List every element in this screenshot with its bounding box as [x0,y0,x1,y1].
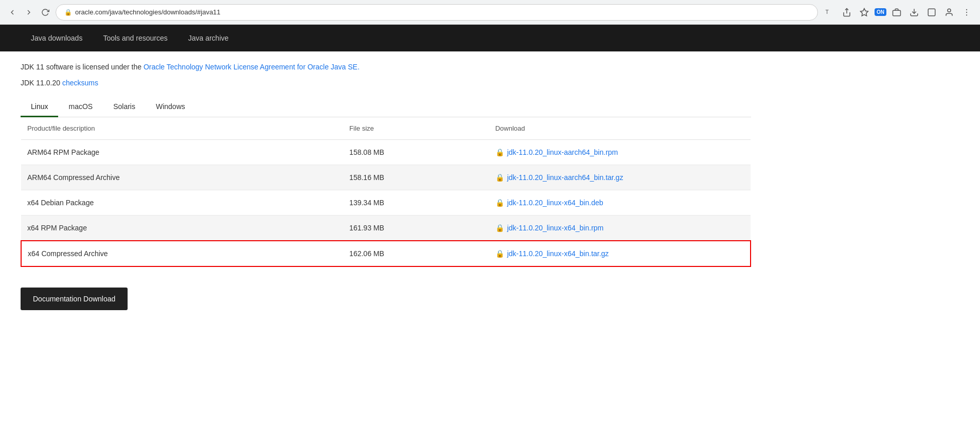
back-button[interactable] [6,6,19,19]
download-filename: jdk-11.0.20_linux-x64_bin.tar.gz [507,249,609,258]
downloads-table: Product/file description File size Downl… [21,117,751,267]
cell-filesize: 158.08 MB [349,140,495,165]
cell-product: ARM64 RPM Package [21,140,349,165]
tab-windows[interactable]: Windows [146,97,195,117]
svg-point-7 [966,11,967,12]
extension-on-button[interactable]: ON [875,8,886,16]
cell-product: x64 Compressed Archive [21,241,349,266]
cell-filesize: 139.34 MB [349,190,495,216]
address-bar[interactable]: 🔒 oracle.com/java/technologies/downloads… [56,4,818,21]
nav-java-archive[interactable]: Java archive [178,25,239,51]
profile-button[interactable] [942,5,956,20]
cell-download: 🔒jdk-11.0.20_linux-x64_bin.tar.gz [495,241,751,266]
bookmark-button[interactable] [857,5,871,20]
forward-button[interactable] [23,6,35,19]
table-row: x64 Debian Package139.34 MB🔒jdk-11.0.20_… [21,190,751,216]
license-link[interactable]: Oracle Technology Network License Agreem… [144,63,360,71]
col-header-filesize: File size [349,117,495,140]
svg-point-8 [966,14,967,15]
os-tabs: Linux macOS Solaris Windows [21,97,751,117]
cell-download: 🔒jdk-11.0.20_linux-aarch64_bin.tar.gz [495,165,751,190]
lock-icon: 🔒 [495,173,504,182]
url-text: oracle.com/java/technologies/downloads/#… [75,8,221,16]
table-row: ARM64 Compressed Archive158.16 MB🔒jdk-11… [21,165,751,190]
cell-filesize: 162.06 MB [349,241,495,266]
checksum-line: JDK 11.0.20 checksums [21,79,751,87]
cell-download: 🔒jdk-11.0.20_linux-x64_bin.deb [495,190,751,216]
tab-macos[interactable]: macOS [58,97,103,117]
menu-button[interactable] [959,5,974,20]
doc-download-button[interactable]: Documentation Download [21,288,128,310]
download-filename: jdk-11.0.20_linux-aarch64_bin.tar.gz [507,173,623,182]
checksums-link[interactable]: checksums [62,79,98,87]
table-header-row: Product/file description File size Downl… [21,117,751,140]
site-nav: Java downloads Tools and resources Java … [0,25,980,51]
cell-filesize: 158.16 MB [349,165,495,190]
window-button[interactable] [924,5,939,20]
table-row: x64 RPM Package161.93 MB🔒jdk-11.0.20_lin… [21,216,751,241]
license-text: JDK 11 software is licensed under the Or… [21,62,751,73]
lock-icon: 🔒 [495,148,504,156]
download-link[interactable]: 🔒jdk-11.0.20_linux-aarch64_bin.tar.gz [495,173,744,182]
extensions-button[interactable] [889,5,904,20]
lock-icon: 🔒 [495,224,504,232]
download-link[interactable]: 🔒jdk-11.0.20_linux-aarch64_bin.rpm [495,148,744,156]
download-filename: jdk-11.0.20_linux-x64_bin.deb [507,199,603,207]
secure-icon: 🔒 [64,9,72,16]
table-row: x64 Compressed Archive162.06 MB🔒jdk-11.0… [21,241,751,266]
col-header-product: Product/file description [21,117,349,140]
cell-product: x64 Debian Package [21,190,349,216]
download-link[interactable]: 🔒jdk-11.0.20_linux-x64_bin.rpm [495,224,744,232]
tab-linux[interactable]: Linux [21,97,58,117]
col-header-download: Download [495,117,751,140]
share-button[interactable] [840,5,854,20]
cell-download: 🔒jdk-11.0.20_linux-x64_bin.rpm [495,216,751,241]
svg-marker-2 [861,8,868,15]
browser-chrome: 🔒 oracle.com/java/technologies/downloads… [0,0,980,25]
cell-product: x64 RPM Package [21,216,349,241]
cell-product: ARM64 Compressed Archive [21,165,349,190]
download-filename: jdk-11.0.20_linux-aarch64_bin.rpm [507,148,618,156]
download-link[interactable]: 🔒jdk-11.0.20_linux-x64_bin.tar.gz [495,249,744,258]
nav-tools-resources[interactable]: Tools and resources [93,25,177,51]
page-content: JDK 11 software is licensed under the Or… [0,51,772,341]
lock-icon: 🔒 [495,249,504,258]
browser-actions: T ON [822,5,974,20]
cell-download: 🔒jdk-11.0.20_linux-aarch64_bin.rpm [495,140,751,165]
lock-icon: 🔒 [495,199,504,207]
cell-filesize: 161.93 MB [349,216,495,241]
nav-java-downloads[interactable]: Java downloads [21,25,93,51]
download-link[interactable]: 🔒jdk-11.0.20_linux-x64_bin.deb [495,199,744,207]
tab-solaris[interactable]: Solaris [103,97,146,117]
download-button[interactable] [907,5,921,20]
svg-text:T: T [826,9,829,15]
reload-button[interactable] [39,6,51,19]
download-filename: jdk-11.0.20_linux-x64_bin.rpm [507,224,604,232]
svg-rect-4 [928,9,935,16]
svg-point-6 [966,9,967,10]
svg-point-5 [948,9,951,12]
table-row: ARM64 RPM Package158.08 MB🔒jdk-11.0.20_l… [21,140,751,165]
translate-button[interactable]: T [822,5,836,20]
